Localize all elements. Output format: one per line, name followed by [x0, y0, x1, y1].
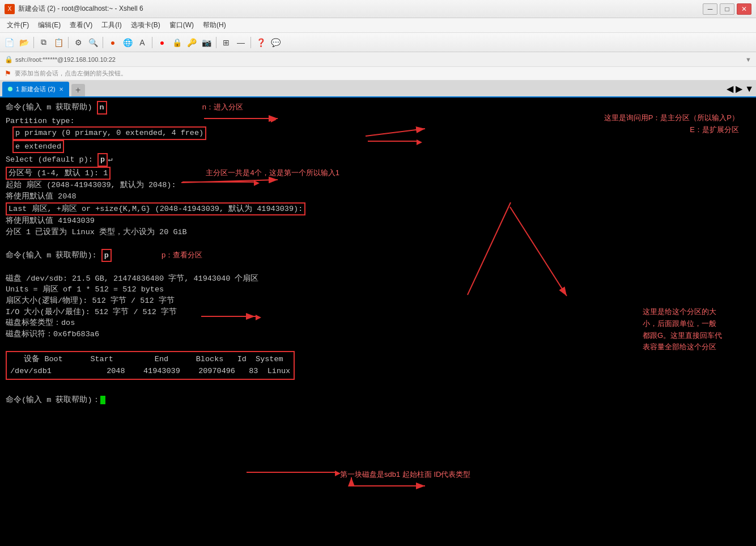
tb-new-btn[interactable]: 📄	[2, 36, 16, 49]
menu-window[interactable]: 窗口(W)	[165, 19, 198, 31]
tb-open-btn[interactable]: 📂	[17, 36, 31, 49]
tab-navigation: ◀ ▶ ▼	[727, 83, 754, 96]
tab-close-icon[interactable]: ✕	[59, 86, 63, 92]
arrowhead-partnum	[254, 180, 260, 186]
lock-icon: 🔒	[5, 56, 13, 64]
ann-size-label: 这里是给这个分区的大小，后面跟单位，一般都跟G。这里直接回车代表容量全部给这个分…	[643, 306, 745, 353]
arrowhead-ptype	[417, 139, 422, 145]
tb-grid-btn[interactable]: ⊞	[219, 36, 233, 49]
maximize-button[interactable]: □	[720, 3, 734, 15]
address-arrow[interactable]: ▼	[745, 56, 751, 63]
term-line-6: 分区号 (1-4, 默认 1): 1 主分区一共是4个，这是第一个所以输入1	[6, 167, 750, 180]
table-header: 设备 Boot Start End Blocks Id System	[10, 353, 290, 366]
tb-sep-6	[250, 37, 251, 48]
hint-text: 要添加当前会话，点击左侧的箭头按钮。	[15, 69, 127, 78]
menu-tools[interactable]: 工具(I)	[97, 19, 126, 31]
ann-ptype-label: 这里是询问用P：是主分区（所以输入P）E：是扩展分区	[604, 112, 739, 136]
term-disk-2: Units = 扇区 of 1 * 512 = 512 bytes	[6, 284, 750, 295]
term-disk-3: 扇区大小(逻辑/物理): 512 字节 / 512 字节	[6, 295, 750, 307]
term-line-9: Last 扇区, +扇区 or +size{K,M,G} (2048-41943…	[6, 202, 750, 216]
ann-bottom-label: 第一块磁盘是sdb1 起始柱面 ID代表类型	[340, 469, 470, 480]
terminal-cursor	[100, 396, 105, 404]
tab-dot	[8, 87, 12, 91]
tb-red-btn[interactable]: ●	[155, 36, 169, 49]
arrow-pview	[201, 316, 258, 317]
term-blank-after-table	[6, 384, 750, 395]
term-disk-1: 磁盘 /dev/sdb: 21.5 GB, 21474836480 字节, 41…	[6, 273, 750, 285]
title-text: 新建会话 (2) - root@localhost:~ - Xshell 6	[18, 4, 703, 14]
tab-prev-button[interactable]: ◀	[727, 83, 733, 94]
hint-bar: ⚑ 要添加当前会话，点击左侧的箭头按钮。	[0, 67, 756, 81]
window-controls: ─ □ ✕	[703, 3, 751, 15]
tb-copy-btn[interactable]: ⧉	[37, 36, 50, 49]
arrow-partnum	[182, 181, 256, 183]
minimize-button[interactable]: ─	[703, 3, 717, 15]
tab-menu-button[interactable]: ▼	[745, 84, 754, 94]
tab-bar: 1 新建会话 (2) ✕ + ◀ ▶ ▼	[0, 81, 756, 98]
tb-lock-btn[interactable]: 🔒	[170, 36, 184, 49]
arrow-ptype	[368, 141, 419, 142]
toolbar: 📄 📂 ⧉ 📋 ⚙ 🔍 ● 🌐 A ● 🔒 🔑 📷 ⊞ — ❓ 💬	[0, 33, 756, 52]
address-text: ssh://root:******@192.168.100.10:22	[15, 56, 745, 63]
tb-minus-btn[interactable]: —	[234, 36, 248, 49]
ann-partnum-label: 主分区一共是4个，这是第一个所以输入1	[206, 168, 339, 179]
tab-next-button[interactable]: ▶	[736, 83, 742, 94]
term-line-7: 起始 扇区 (2048-41943039, 默认为 2048):	[6, 180, 750, 191]
tb-key-btn[interactable]: 🔑	[185, 36, 198, 49]
menu-help[interactable]: 帮助(H)	[198, 19, 231, 31]
tb-help-btn[interactable]: ❓	[254, 36, 267, 49]
tb-sep-2	[68, 37, 69, 48]
term-disk-6: 磁盘标识符：0x6fb683a6	[6, 329, 750, 340]
tab-label: 1 新建会话 (2)	[16, 85, 56, 94]
arrowhead-bottom	[335, 471, 341, 476]
term-line-5: Select (default p): p↵	[6, 153, 750, 167]
address-bar: 🔒 ssh://root:******@192.168.100.10:22 ▼	[0, 52, 756, 67]
table-row-sdb1: /dev/sdb1 2048 41943039 20970496 83 Linu…	[10, 365, 290, 378]
tb-settings-btn[interactable]: ⚙	[71, 36, 85, 49]
tb-sep-5	[216, 37, 216, 48]
term-line-10: 将使用默认值 41943039	[6, 215, 750, 227]
menu-bar: 文件(F) 编辑(E) 查看(V) 工具(I) 选项卡(B) 窗口(W) 帮助(…	[0, 18, 756, 33]
term-line-4: e extended	[12, 140, 750, 154]
close-button[interactable]: ✕	[737, 3, 751, 15]
tb-paste-btn[interactable]: 📋	[52, 36, 65, 49]
tb-globe-btn[interactable]: 🌐	[121, 36, 134, 49]
term-line-11: 分区 1 已设置为 Linux 类型，大小设为 20 GiB	[6, 227, 750, 238]
term-line-blank-1	[6, 238, 750, 249]
term-disk-5: 磁盘标签类型：dos	[6, 318, 750, 329]
tb-connect-btn[interactable]: ●	[106, 36, 120, 49]
term-line-2: Partition type: 这里是询问用P：是主分区（所以输入P）E：是扩展…	[6, 116, 750, 127]
tb-font-btn[interactable]: A	[135, 36, 149, 49]
tb-msg-btn[interactable]: 💬	[269, 36, 282, 49]
term-disk-blank	[6, 340, 750, 351]
menu-edit[interactable]: 编辑(E)	[33, 19, 65, 31]
tb-sep-4	[152, 37, 152, 48]
title-bar: X 新建会话 (2) - root@localhost:~ - Xshell 6…	[0, 0, 756, 18]
term-table-container: 设备 Boot Start End Blocks Id System /dev/…	[6, 351, 295, 380]
tb-sep-1	[33, 37, 34, 48]
tb-sep-3	[103, 37, 103, 48]
tb-cam-btn[interactable]: 📷	[199, 36, 213, 49]
hint-icon: ⚑	[5, 69, 11, 78]
term-line-blank-2	[6, 262, 750, 273]
term-last-line: 命令(输入 m 获取帮助)： 第一块磁盘是sdb1 起始柱面 ID代表类型	[6, 395, 750, 406]
term-line-8: 将使用默认值 2048	[6, 191, 750, 202]
tab-add-button[interactable]: +	[71, 84, 85, 96]
arrow-n	[205, 118, 273, 119]
app-icon: X	[5, 4, 15, 14]
terminal[interactable]: 命令(输入 m 获取帮助) n n：进入分区 Partition type: 这…	[0, 98, 756, 546]
arrowhead-n	[271, 117, 277, 122]
term-line-13: 命令(输入 m 获取帮助): p p：查看分区 这里是给这个分区的大小，后面跟单…	[6, 249, 750, 263]
arrowhead-pview	[256, 315, 261, 320]
arrow-bottom	[247, 472, 337, 473]
menu-file[interactable]: 文件(F)	[2, 19, 33, 31]
term-disk-4: I/O 大小(最小/最佳): 512 字节 / 512 字节	[6, 307, 750, 318]
menu-tab[interactable]: 选项卡(B)	[126, 19, 165, 31]
tb-search-btn[interactable]: 🔍	[86, 36, 100, 49]
tab-session[interactable]: 1 新建会话 (2) ✕	[2, 82, 69, 96]
menu-view[interactable]: 查看(V)	[65, 19, 97, 31]
ann-pview-label: p：查看分区	[162, 250, 202, 261]
ann-n-label: n：进入分区	[202, 102, 243, 113]
